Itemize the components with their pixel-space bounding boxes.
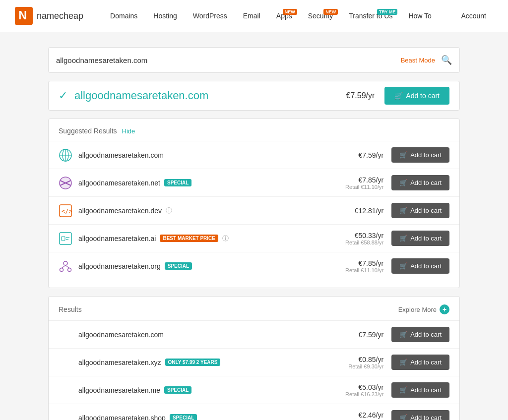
suggested-add-cart-dev[interactable]: 🛒 Add to cart [391,203,449,218]
svg-line-19 [62,265,65,268]
suggested-add-cart-org[interactable]: 🛒 Add to cart [391,258,449,274]
suggested-row-com: allgoodnamesaretaken.com €7.59/yr 🛒 Add … [49,141,459,169]
results-title: Results [59,305,82,313]
suggested-domain-net: allgoodnamesaretaken.net SPECIAL [78,179,345,187]
nav-item-domains[interactable]: Domains [103,8,144,24]
cart-icon: 🛒 [399,207,407,214]
cart-icon: 🛒 [394,92,403,100]
cart-icon: 🛒 [399,331,407,338]
results-section: Results Explore More + allgoodnamesareta… [48,296,460,420]
ai-icon [59,232,72,245]
result-add-cart-com[interactable]: 🛒 Add to cart [391,327,449,342]
explore-more-btn[interactable]: Explore More + [398,304,449,314]
apps-badge: NEW [283,9,297,15]
logo-icon: N [15,7,33,25]
suggested-price-com: €7.59/yr [359,151,384,159]
cart-icon: 🛒 [399,414,407,420]
suggested-price-ai: €50.33/yr Retail €58.88/yr [345,232,383,245]
cart-icon: 🛒 [399,179,407,186]
main-nav: Domains Hosting WordPress Email Apps NEW… [103,8,493,24]
cart-icon: 🛒 [399,262,407,270]
suggested-domain-dev: allgoodnamesaretaken.dev ⓘ [78,206,355,215]
nav-item-security[interactable]: Security NEW [301,8,340,24]
search-bar: Beast Mode 🔍 [48,47,460,73]
transfer-badge: TRY ME [377,9,398,15]
svg-line-20 [65,265,69,268]
net-icon [59,176,72,190]
result-row-xyz: allgoodnamesaretaken.xyz ONLY $7.99 2 YE… [49,349,459,376]
result-domain-xyz: allgoodnamesaretaken.xyz ONLY $7.99 2 YE… [59,359,348,366]
suggested-price-org: €7.85/yr Retail €11.10/yr [345,259,383,273]
logo-text: namecheap [37,11,83,21]
suggested-add-cart-com[interactable]: 🛒 Add to cart [391,147,449,163]
special-badge-shop: SPECIAL [170,414,197,420]
suggested-add-cart-ai[interactable]: 🛒 Add to cart [391,231,449,246]
cart-icon: 🛒 [399,151,407,159]
result-row-com: allgoodnamesaretaken.com €7.59/yr 🛒 Add … [49,321,459,349]
header: N namecheap Domains Hosting WordPress Em… [0,0,508,32]
suggested-domain-org: allgoodnamesaretaken.org SPECIAL [78,262,345,270]
suggested-row-net: allgoodnamesaretaken.net SPECIAL €7.85/y… [49,169,459,197]
best-badge-ai: BEST MARKET PRICE [160,235,218,242]
result-price-com: €7.59/yr [359,331,384,339]
nav-item-howto[interactable]: How To [401,8,438,24]
info-icon-dev[interactable]: ⓘ [166,206,172,215]
info-icon-ai[interactable]: ⓘ [222,234,229,243]
main-content: Beast Mode 🔍 ✓ allgoodnamesaretaken.com … [41,47,467,420]
main-add-to-cart-button[interactable]: 🛒 Add to cart [384,87,449,105]
result-row-me: allgoodnamesaretaken.me SPECIAL €5.03/yr… [49,376,459,404]
suggested-row-ai: allgoodnamesaretaken.ai BEST MARKET PRIC… [49,225,459,252]
special-badge-me: SPECIAL [164,386,191,394]
svg-text:</>: </> [62,208,72,215]
nav-item-hosting[interactable]: Hosting [146,8,184,24]
result-price-me: €5.03/yr Retail €16.23/yr [345,383,383,397]
only-badge-xyz: ONLY $7.99 2 YEARS [165,359,221,366]
nav-item-apps[interactable]: Apps NEW [269,8,299,24]
suggested-results-section: Suggested Results Hide allgoodnamesareta… [48,119,460,288]
svg-point-18 [68,268,71,271]
main-domain: allgoodnamesaretaken.com [74,89,346,102]
cart-icon: 🛒 [399,359,407,366]
special-badge-org: SPECIAL [165,262,192,270]
suggested-title: Suggested Results [59,127,117,135]
nav-item-transfer[interactable]: Transfer to Us TRY ME [342,8,399,24]
search-icon[interactable]: 🔍 [441,55,452,65]
dev-icon: </> [59,204,72,218]
search-input[interactable] [56,56,401,64]
cart-icon: 🛒 [399,386,407,394]
hide-link[interactable]: Hide [122,127,135,135]
org-icon [59,259,72,273]
suggested-domain-ai: allgoodnamesaretaken.ai BEST MARKET PRIC… [78,234,345,243]
suggested-domain-com: allgoodnamesaretaken.com [78,151,359,159]
result-add-cart-shop[interactable]: 🛒 Add to cart [391,410,449,420]
suggested-row-dev: </> allgoodnamesaretaken.dev ⓘ €12.81/yr… [49,197,459,225]
suggested-price-net: €7.85/yr Retail €11.10/yr [345,176,383,190]
result-domain-com: allgoodnamesaretaken.com [59,331,359,339]
svg-text:N: N [18,9,27,22]
globe-icon [59,148,72,162]
cart-icon: 🛒 [399,235,407,242]
main-price: €7.59/yr [346,91,375,100]
result-price-shop: €2.46/yr Retail €26.40/yr [345,411,383,420]
svg-point-16 [64,261,67,265]
svg-point-17 [60,268,64,271]
nav-item-account[interactable]: Account [454,8,493,24]
security-badge: NEW [323,9,338,15]
nav-item-wordpress[interactable]: WordPress [186,8,234,24]
suggested-header: Suggested Results Hide [49,127,459,141]
nav-item-email[interactable]: Email [236,8,267,24]
result-domain-me: allgoodnamesaretaken.me SPECIAL [59,386,345,394]
main-result-row: ✓ allgoodnamesaretaken.com €7.59/yr 🛒 Ad… [48,81,460,111]
svg-rect-13 [62,237,65,240]
check-icon: ✓ [59,89,67,102]
beast-mode-link[interactable]: Beast Mode [401,57,435,64]
result-domain-shop: allgoodnamesaretaken.shop SPECIAL [59,414,345,420]
results-header: Results Explore More + [49,304,459,321]
result-add-cart-me[interactable]: 🛒 Add to cart [391,382,449,398]
result-row-shop: allgoodnamesaretaken.shop SPECIAL €2.46/… [49,404,459,420]
suggested-price-dev: €12.81/yr [355,207,383,215]
explore-plus-icon: + [440,304,449,314]
result-add-cart-xyz[interactable]: 🛒 Add to cart [391,355,449,370]
suggested-add-cart-net[interactable]: 🛒 Add to cart [391,175,449,190]
logo[interactable]: N namecheap [15,7,83,25]
